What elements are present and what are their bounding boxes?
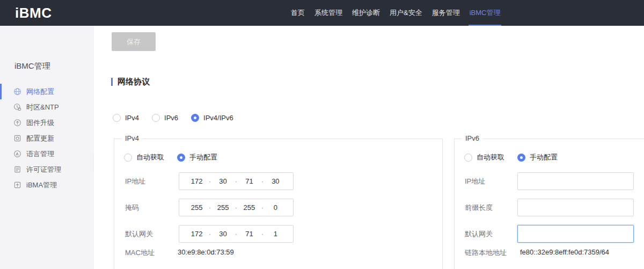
nav-item-user-security[interactable]: 用户&安全 [389, 0, 423, 26]
ip-octet[interactable]: 30 [217, 230, 229, 238]
ip-octet[interactable]: 255 [191, 203, 203, 212]
sidebar-item-label: 许可证管理 [26, 165, 61, 175]
dot-separator: · [261, 177, 264, 185]
ip-octet[interactable]: 0 [269, 203, 281, 212]
config-update-icon [13, 134, 21, 142]
ipv6-gateway-input[interactable] [517, 225, 634, 243]
ipv6-address-input[interactable] [517, 172, 634, 190]
protocol-option-ipv4[interactable]: IPv4 [113, 114, 139, 122]
sidebar: iBMC管理 网络配置 时区&NTP 固件升级 配置更新 [0, 26, 94, 269]
sidebar-item-firmware-upgrade[interactable]: 固件升级 [0, 115, 94, 130]
sidebar-item-label: 网络配置 [26, 87, 54, 97]
ip-octet[interactable]: 255 [217, 203, 229, 212]
main-content: 保存 网络协议 IPv4 IPv6 IPv4/IPv6 IPv4 自动获取 [94, 26, 644, 269]
sidebar-title: iBMC管理 [14, 61, 50, 71]
ip-octet[interactable]: 71 [243, 177, 255, 185]
ipv6-ip-label: IP地址 [465, 177, 485, 186]
protocol-option-ipv4-ipv6[interactable]: IPv4/IPv6 [191, 114, 233, 122]
dot-separator: · [261, 230, 264, 238]
radio-label: IPv6 [164, 114, 178, 122]
ipv4-ip-label: IP地址 [125, 177, 145, 186]
ipv4-panel-legend: IPv4 [122, 134, 142, 142]
ipv6-panel: IPv6 自动获取 手动配置 IP地址 前缀长度 默认网关 链路本地地址 fe8… [454, 139, 644, 269]
protocol-option-ipv6[interactable]: IPv6 [152, 114, 178, 122]
protocol-radio-group: IPv4 IPv6 IPv4/IPv6 [113, 114, 233, 122]
top-header-bar: iBMC 首页 系统管理 维护诊断 用户&安全 服务管理 iBMC管理 [0, 0, 644, 26]
dot-separator: · [235, 230, 237, 238]
timezone-clock-icon [13, 103, 21, 111]
ipv6-mode-manual[interactable]: 手动配置 [517, 152, 558, 162]
top-nav: 首页 系统管理 维护诊断 用户&安全 服务管理 iBMC管理 [290, 0, 501, 26]
section-header: 网络协议 [111, 77, 150, 87]
sidebar-item-timezone-ntp[interactable]: 时区&NTP [0, 99, 94, 115]
link-local-label: 链路本地地址 [465, 248, 507, 258]
radio-label: 手动配置 [189, 152, 217, 162]
ip-octet[interactable]: 172 [191, 177, 203, 185]
dot-separator: · [235, 177, 237, 185]
ip-octet[interactable]: 1 [269, 230, 281, 238]
radio-unchecked-icon[interactable] [152, 114, 160, 122]
dot-separator: · [209, 203, 211, 212]
radio-checked-icon[interactable] [177, 154, 185, 162]
license-icon [13, 165, 21, 173]
sidebar-item-network-config[interactable]: 网络配置 [0, 84, 94, 99]
ip-octet[interactable]: 71 [243, 230, 255, 238]
nav-item-service-management[interactable]: 服务管理 [431, 0, 461, 26]
dot-separator: · [209, 177, 211, 185]
sidebar-item-label: iBMA管理 [26, 180, 57, 190]
radio-unchecked-icon[interactable] [113, 114, 121, 122]
ipv4-mask-input[interactable]: 255 · 255 · 255 · 0 [179, 199, 294, 216]
ipv6-panel-legend: IPv6 [462, 134, 482, 142]
ipv4-mode-auto[interactable]: 自动获取 [124, 152, 164, 162]
ipv4-gateway-input[interactable]: 172 · 30 · 71 · 1 [179, 225, 294, 243]
sidebar-item-ibma-management[interactable]: iBMA管理 [0, 177, 94, 193]
radio-unchecked-icon[interactable] [124, 154, 132, 162]
section-title: 网络协议 [118, 77, 150, 87]
ip-octet[interactable]: 30 [269, 177, 281, 185]
sidebar-item-license-management[interactable]: 许可证管理 [0, 162, 94, 177]
link-local-value: fe80::32e9:8eff:fe0d:7359/64 [520, 248, 609, 256]
nav-item-system-management[interactable]: 系统管理 [313, 0, 343, 26]
sidebar-item-label: 配置更新 [26, 134, 54, 143]
ipv4-panel: IPv4 自动获取 手动配置 IP地址 172 · 30 · 71 · 30 掩… [114, 139, 443, 269]
ipv6-gateway-label: 默认网关 [465, 229, 493, 239]
ip-octet[interactable]: 255 [243, 203, 255, 212]
logo: iBMC [15, 0, 52, 26]
dot-separator: · [261, 203, 264, 212]
mac-address-label: MAC地址 [125, 248, 155, 258]
language-icon [13, 150, 21, 158]
ipv4-mode-radio-group: 自动获取 手动配置 [124, 152, 217, 162]
ip-octet[interactable]: 30 [217, 177, 229, 185]
sidebar-item-config-update[interactable]: 配置更新 [0, 130, 94, 146]
firmware-upgrade-icon [13, 119, 21, 127]
nav-item-home[interactable]: 首页 [290, 0, 306, 26]
sidebar-item-label: 语言管理 [26, 149, 54, 159]
ibma-icon [13, 181, 21, 189]
ipv4-ip-input[interactable]: 172 · 30 · 71 · 30 [179, 172, 294, 190]
globe-icon [13, 88, 21, 96]
radio-label: IPv4/IPv6 [203, 114, 233, 122]
sidebar-item-language-management[interactable]: 语言管理 [0, 146, 94, 162]
ipv4-mask-label: 掩码 [125, 203, 139, 213]
nav-item-maintenance-diagnosis[interactable]: 维护诊断 [351, 0, 381, 26]
section-accent-bar [111, 78, 113, 86]
radio-checked-icon[interactable] [517, 154, 525, 162]
nav-item-ibmc-management[interactable]: iBMC管理 [469, 0, 502, 26]
ipv6-mode-radio-group: 自动获取 手动配置 [464, 152, 558, 162]
radio-label: IPv4 [125, 114, 139, 122]
ipv6-mode-auto[interactable]: 自动获取 [464, 152, 504, 162]
save-button[interactable]: 保存 [112, 32, 156, 51]
ipv4-mode-manual[interactable]: 手动配置 [177, 152, 217, 162]
ipv6-prefix-label: 前缀长度 [465, 203, 493, 213]
radio-label: 手动配置 [530, 152, 558, 162]
radio-checked-icon[interactable] [191, 114, 199, 122]
sidebar-item-label: 固件升级 [26, 118, 54, 128]
ipv4-gateway-label: 默认网关 [125, 229, 153, 239]
ipv6-prefix-input[interactable] [517, 199, 634, 216]
mac-address-value: 30:e9:8e:0d:73:59 [178, 248, 234, 256]
dot-separator: · [209, 230, 211, 238]
radio-unchecked-icon[interactable] [464, 154, 472, 162]
radio-label: 自动获取 [477, 152, 504, 162]
ip-octet[interactable]: 172 [191, 230, 203, 238]
sidebar-item-label: 时区&NTP [26, 103, 59, 112]
